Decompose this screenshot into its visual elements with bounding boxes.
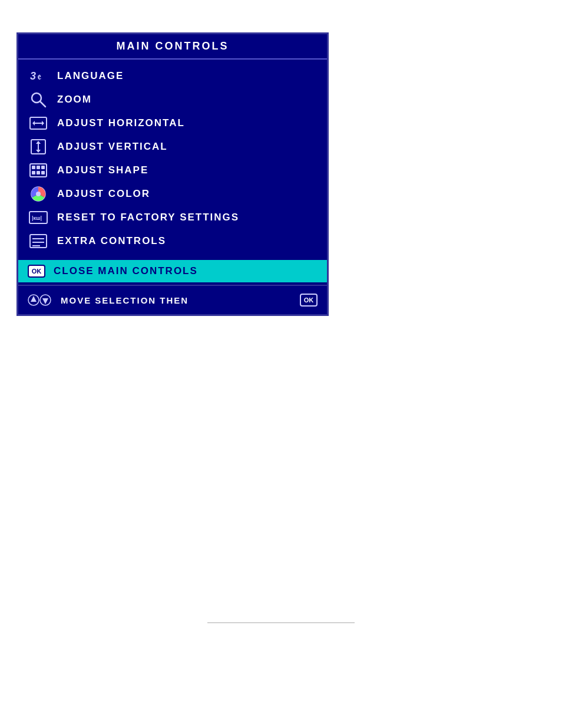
menu-item-adjust-shape[interactable]: ADJUST SHAPE [18,159,327,182]
horizontal-label: ADJUST HORIZONTAL [57,117,185,129]
menu-title-bar: MAIN CONTROLS [18,34,327,60]
svg-point-20 [36,192,41,196]
svg-rect-13 [32,166,35,169]
svg-rect-17 [37,171,40,174]
close-ok-badge: OK [28,265,45,278]
svg-rect-16 [32,171,35,174]
zoom-icon [28,91,49,108]
reset-label: RESET TO FACTORY SETTINGS [57,212,239,223]
language-label: LANGUAGE [57,70,124,82]
svg-marker-30 [42,298,48,304]
vertical-label: ADJUST VERTICAL [57,141,168,153]
color-icon [28,186,49,202]
extra-label: EXTRA CONTROLS [57,235,166,247]
svg-marker-7 [42,121,44,126]
svg-marker-11 [36,150,41,153]
separator-line [207,622,355,623]
svg-rect-15 [41,166,45,169]
svg-line-3 [40,101,45,107]
bottom-ok-badge: OK [300,294,318,307]
svg-text:|кш|: |кш| [32,215,42,221]
svg-rect-18 [41,171,45,174]
svg-rect-14 [37,166,40,169]
color-label: ADJUST COLOR [57,188,150,200]
main-controls-menu: MAIN CONTROLS 3 𝔢 LANGUAGE [16,32,329,316]
menu-item-adjust-color[interactable]: ADJUST COLOR [18,182,327,206]
extra-icon [28,233,49,249]
close-main-controls-button[interactable]: OK CLOSE MAIN CONTROLS [18,260,327,282]
menu-item-extra-controls[interactable]: EXTRA CONTROLS [18,229,327,253]
vertical-icon [28,139,49,155]
move-selection-label: MOVE SELECTION THEN [61,295,300,305]
svg-marker-28 [31,296,37,302]
menu-item-reset-factory[interactable]: |кш| RESET TO FACTORY SETTINGS [18,206,327,229]
reset-icon: |кш| [28,209,49,226]
svg-text:3: 3 [30,70,36,82]
horizontal-icon [28,115,49,131]
shape-icon [28,162,49,179]
svg-text:𝔢: 𝔢 [37,71,41,81]
menu-item-zoom[interactable]: ZOOM [18,88,327,111]
bottom-instruction-row: MOVE SELECTION THEN OK [18,285,327,314]
menu-items-list: 3 𝔢 LANGUAGE ZOOM [18,60,327,258]
menu-title-text: MAIN CONTROLS [117,40,229,52]
close-label: CLOSE MAIN CONTROLS [54,265,198,277]
menu-item-language[interactable]: 3 𝔢 LANGUAGE [18,64,327,88]
nav-triangle-icons [28,292,54,308]
svg-marker-10 [36,141,41,144]
shape-label: ADJUST SHAPE [57,164,148,176]
zoom-label: ZOOM [57,94,92,106]
menu-item-adjust-vertical[interactable]: ADJUST VERTICAL [18,135,327,159]
menu-item-adjust-horizontal[interactable]: ADJUST HORIZONTAL [18,111,327,135]
language-icon: 3 𝔢 [28,68,49,84]
svg-marker-6 [32,121,35,126]
